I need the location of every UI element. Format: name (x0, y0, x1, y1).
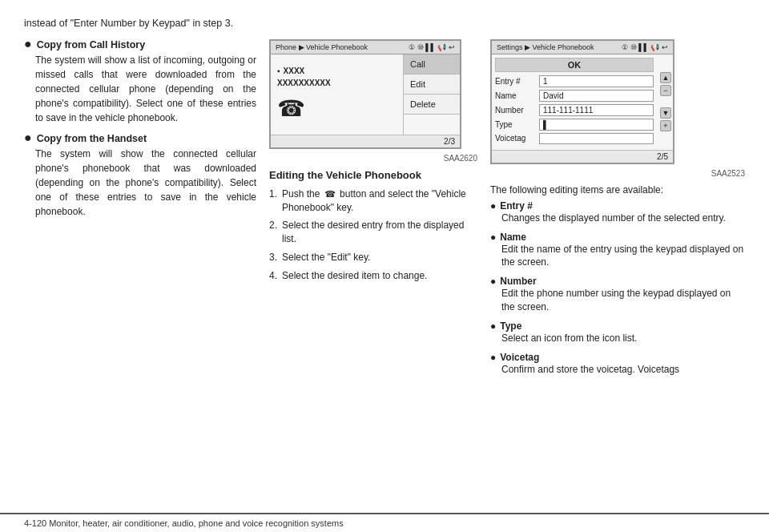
step-2: 2. Select the desired entry from the dis… (269, 219, 477, 246)
main-content: ● Copy from Call History The system will… (24, 39, 745, 383)
settings-screen-body: OK Entry # 1 Name David Number (492, 54, 673, 150)
side-buttons: ▲ − ▼ + (658, 54, 673, 150)
settings-row-number: Number 111-111-1111 (495, 104, 654, 116)
number-label: Number (495, 106, 539, 115)
middle-column: Phone ▶ Vehicle Phonebook ① ⑩ ▌▌ 📢 ↩ ▪ X… (269, 39, 477, 288)
voicetag-bullet-text: Confirm and store the voicetag. Voicetag… (490, 363, 745, 377)
settings-page-indicator: 2/5 (657, 152, 668, 161)
screen-header-phonebook: Phone ▶ Vehicle Phonebook ① ⑩ ▌▌ 📢 ↩ (271, 41, 460, 54)
step-1-num: 1. (269, 187, 277, 215)
settings-header-icons: ① ⑩ ▌▌ 📢 ↩ (622, 43, 668, 51)
side-btn-up[interactable]: ▲ (660, 72, 671, 83)
screen-left-panel: ▪ XXXX XXXXXXXXXX ☎ (271, 54, 404, 135)
name-value: David (539, 90, 654, 102)
header-icon-symbols: ① ⑩ ▌▌ 📢 ↩ (409, 43, 455, 51)
settings-row-voicetag: Voicetag (495, 133, 654, 144)
settings-row-type: Type ▌ (495, 119, 654, 131)
bottom-bar-text: 4-120 Monitor, heater, air conditioner, … (24, 518, 344, 528)
right-bullet-type: ● Type Select an icon from the icon list… (490, 320, 745, 345)
number-value: 111-111-1111 (539, 104, 654, 116)
settings-row-name: Name David (495, 90, 654, 102)
intro-text: instead of "Enter Number by Keypad" in s… (24, 18, 233, 29)
bullet-dot-entry: ● (490, 200, 496, 212)
bullet-dot-number: ● (490, 276, 496, 287)
side-btn-minus[interactable]: − (660, 85, 671, 96)
step-3-text: Select the "Edit" key. (282, 251, 370, 264)
type-label: Type (495, 120, 539, 129)
menu-item-call[interactable]: Call (404, 54, 460, 75)
entry-value: 1 (539, 75, 654, 87)
copy-call-history-text: The system will show a list of incoming,… (24, 53, 256, 125)
saa-label-2523: SAA2523 (490, 169, 745, 178)
screen-right-menu: Call Edit Delete (404, 54, 460, 135)
copy-handset-title: ● Copy from the Handset (24, 133, 256, 144)
settings-form: OK Entry # 1 Name David Number (492, 54, 657, 150)
settings-header-title: Settings ▶ Vehicle Phonebook (497, 43, 594, 51)
entry-label: Entry # (495, 77, 539, 86)
step-1-before: Push the (282, 188, 320, 200)
page-container: instead of "Enter Number by Keypad" in s… (0, 0, 769, 532)
bullet-dot-2: ● (24, 131, 32, 144)
screen-header-icons: ① ⑩ ▌▌ 📢 ↩ (409, 43, 455, 51)
step-4-text: Select the desired item to change. (282, 269, 427, 283)
copy-call-history-label: Copy from Call History (37, 39, 145, 50)
contact-icon: ▪ (277, 66, 280, 75)
menu-item-delete[interactable]: Delete (404, 95, 460, 115)
right-bullet-voicetag: ● Voicetag Confirm and store the voiceta… (490, 352, 745, 377)
right-bullet-number: ● Number Edit the phone number using the… (490, 276, 745, 314)
phonebook-screen: Phone ▶ Vehicle Phonebook ① ⑩ ▌▌ 📢 ↩ ▪ X… (269, 39, 461, 149)
right-bullet-name: ● Name Edit the name of the entry using … (490, 232, 745, 270)
right-bullet-name-title: ● Name (490, 232, 745, 243)
menu-item-edit[interactable]: Edit (404, 75, 460, 95)
entry-bullet-text: Changes the displayed number of the sele… (490, 212, 745, 225)
voicetag-bullet-label: Voicetag (500, 352, 539, 363)
editing-section-heading: Editing the Vehicle Phonebook (269, 169, 477, 181)
name-bullet-text: Edit the name of the entry using the key… (490, 243, 745, 270)
step-1: 1. Push the ☎ button and select the "Veh… (269, 187, 477, 215)
voicetag-value (539, 133, 654, 144)
side-btn-down[interactable]: ▼ (660, 107, 671, 119)
copy-handset-label: Copy from the Handset (37, 133, 147, 144)
bottom-bar: 4-120 Monitor, heater, air conditioner, … (0, 513, 769, 532)
contact-number: XXXXXXXXXX (277, 79, 331, 87)
side-btn-spacer (660, 98, 671, 106)
side-btn-plus[interactable]: + (660, 120, 671, 131)
step-4: 4. Select the desired item to change. (269, 269, 477, 283)
editing-steps-list: 1. Push the ☎ button and select the "Veh… (269, 187, 477, 283)
step-3: 3. Select the "Edit" key. (269, 251, 477, 264)
copy-call-history-title: ● Copy from Call History (24, 39, 256, 50)
name-label: Name (495, 91, 539, 100)
number-bullet-label: Number (500, 276, 536, 287)
settings-body: OK Entry # 1 Name David Number (492, 54, 657, 150)
settings-footer: 2/5 (492, 150, 673, 163)
saa-label-2620: SAA2620 (269, 154, 477, 163)
right-bullet-entry: ● Entry # Changes the displayed number o… (490, 200, 745, 225)
step-4-num: 4. (269, 269, 277, 283)
left-column: ● Copy from Call History The system will… (24, 39, 256, 227)
step-3-num: 3. (269, 251, 277, 264)
bullet-dot-1: ● (24, 38, 32, 50)
type-bullet-text: Select an icon from the icon list. (490, 332, 745, 345)
phone-call-icon: ☎ (324, 188, 336, 200)
settings-screen: Settings ▶ Vehicle Phonebook ① ⑩ ▌▌ 📢 ↩ … (490, 39, 674, 164)
copy-handset-section: ● Copy from the Handset The system will … (24, 133, 256, 219)
step-2-num: 2. (269, 219, 277, 246)
phone-graphic: ☎ (277, 95, 305, 122)
bullet-dot-name: ● (490, 232, 496, 243)
copy-call-history-section: ● Copy from Call History The system will… (24, 39, 256, 125)
right-column: Settings ▶ Vehicle Phonebook ① ⑩ ▌▌ 📢 ↩ … (490, 39, 745, 383)
name-bullet-label: Name (500, 232, 526, 243)
top-text: instead of "Enter Number by Keypad" in s… (24, 16, 745, 31)
right-bullet-voicetag-title: ● Voicetag (490, 352, 745, 363)
settings-row-entry: Entry # 1 (495, 75, 654, 87)
right-bullet-number-title: ● Number (490, 276, 745, 287)
handset-icon: ☎ (277, 95, 305, 122)
screen-body: ▪ XXXX XXXXXXXXXX ☎ Call Edit Delete (271, 54, 460, 135)
bullet-dot-type: ● (490, 320, 496, 332)
screen-footer: 2/3 (271, 135, 460, 147)
copy-handset-text: The system will show the connected cellu… (24, 147, 256, 219)
entry-bullet-label: Entry # (500, 200, 533, 212)
page-indicator: 2/3 (444, 137, 455, 146)
ok-bar: OK (495, 58, 654, 72)
bullet-dot-voicetag: ● (490, 352, 496, 363)
